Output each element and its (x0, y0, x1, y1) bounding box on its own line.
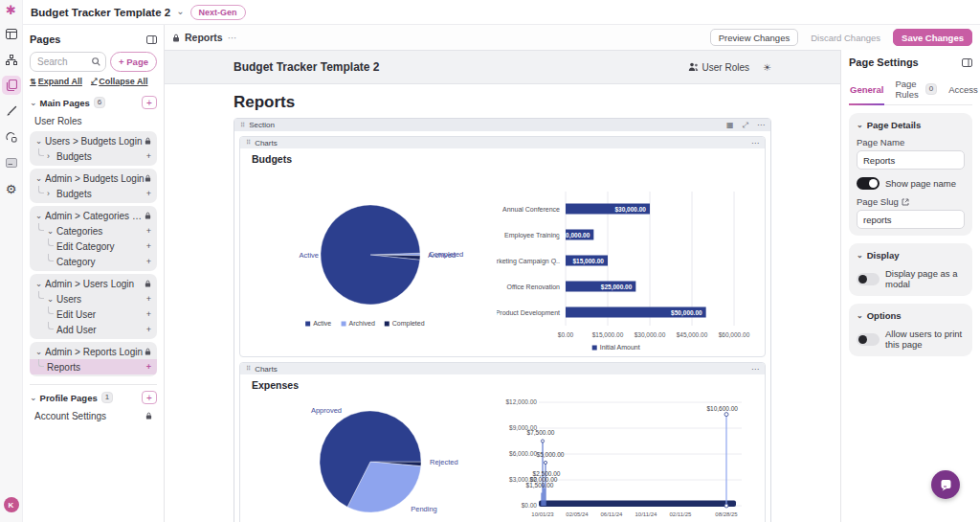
add-subpage-icon[interactable]: + (146, 257, 151, 266)
svg-text:$15,000.00: $15,000.00 (572, 258, 604, 265)
editor-toolbar: Reports ⋯ Preview Changes Discard Change… (165, 25, 980, 50)
next-gen-badge[interactable]: Next-Gen (190, 5, 246, 20)
charts-widget-budgets[interactable]: ⠿ Charts ⋯ Budgets ActiveArchivedComplet… (239, 136, 766, 357)
user-avatar[interactable]: K (4, 497, 19, 512)
chevron-down-icon[interactable]: ⌄ (35, 173, 42, 183)
chevron-down-icon[interactable]: ⌄ (35, 136, 42, 146)
svg-text:Completed: Completed (392, 320, 425, 328)
user-roles-button[interactable]: User Roles (688, 62, 749, 73)
tree-item-budgets[interactable]: ›Budgets+ (30, 186, 157, 201)
section-block: ⠿ Section ▦ ⤢ ⋯ ⠿ Charts (234, 118, 771, 522)
nav-pages-icon[interactable] (2, 76, 21, 95)
drag-handle-icon[interactable]: ⠿ (240, 122, 245, 129)
add-subpage-icon[interactable]: + (146, 151, 151, 161)
tree-item-budgets[interactable]: ›Budgets+ (30, 148, 157, 164)
tree-item-categories[interactable]: ⌄Categories+ (30, 223, 157, 238)
expand-all-link[interactable]: ⇅Expand All (30, 77, 82, 86)
svg-text:$0.00: $0.00 (522, 502, 538, 509)
collapse-panel-icon[interactable] (962, 58, 972, 67)
more-options-icon[interactable]: ⋯ (751, 365, 759, 374)
options-header[interactable]: ⌄ Options (857, 310, 965, 321)
show-page-name-toggle[interactable] (857, 177, 880, 190)
add-subpage-icon[interactable]: + (146, 189, 151, 198)
drag-handle-icon[interactable]: ⠿ (246, 365, 251, 373)
charts-header[interactable]: ⠿ Charts ⋯ (240, 137, 765, 148)
tree-item-user-roles[interactable]: User Roles (30, 113, 157, 128)
save-changes-button[interactable]: Save Changes (893, 29, 972, 46)
layout-grid-icon[interactable]: ▦ (726, 121, 734, 129)
theme-toggle-icon[interactable]: ☀ (763, 62, 771, 73)
collapse-all-link[interactable]: ⤢Collapse All (91, 77, 148, 86)
tree-item-edit-user[interactable]: Edit User+ (30, 306, 157, 322)
add-profile-page-button[interactable]: + (142, 391, 157, 404)
tree-item-users[interactable]: ⌄Users+ (30, 291, 157, 306)
chevron-down-icon[interactable]: ⌄ (30, 393, 37, 402)
add-subpage-icon[interactable]: + (146, 241, 151, 251)
add-main-page-button[interactable]: + (142, 96, 157, 109)
more-options-icon[interactable]: ⋯ (228, 33, 238, 43)
tab-page-rules[interactable]: Page Rules0 (894, 76, 938, 104)
page-name-input[interactable] (857, 150, 965, 170)
add-subpage-icon[interactable]: + (146, 362, 151, 372)
chevron-down-icon[interactable]: ⌄ (35, 211, 42, 220)
preview-changes-button[interactable]: Preview Changes (710, 29, 798, 46)
nav-settings-icon[interactable]: ⚙ (2, 179, 21, 198)
tab-general[interactable]: General (849, 76, 884, 104)
add-subpage-icon[interactable]: + (146, 294, 151, 304)
nav-tables-icon[interactable] (2, 24, 21, 43)
tree-item-admin-categories-login[interactable]: ⌄Admin > Categories Login (30, 208, 157, 223)
tree-item-admin-reports-login[interactable]: ⌄Admin > Reports Login (30, 344, 157, 359)
chevron-down-icon[interactable]: ⌄ (47, 226, 54, 236)
resize-icon[interactable]: ⤢ (743, 121, 748, 130)
help-chat-button[interactable] (931, 470, 960, 499)
display-modal-toggle[interactable] (857, 273, 880, 285)
tree-item-category[interactable]: Category+ (30, 254, 157, 269)
tree-item-reports[interactable]: Reports+ (30, 359, 157, 374)
tree-item-add-user[interactable]: Add User+ (30, 322, 157, 337)
options-card: ⌄ Options Allow users to print this page (849, 304, 972, 356)
add-subpage-icon[interactable]: + (146, 309, 151, 319)
page-details-header[interactable]: ⌄ Page Details (857, 120, 965, 130)
drag-handle-icon[interactable]: ⠿ (246, 139, 251, 147)
add-page-button[interactable]: + Page (110, 52, 157, 72)
svg-text:Employee Training: Employee Training (504, 232, 560, 239)
tree-item-users-budgets-login[interactable]: ⌄Users > Budgets Login (30, 133, 157, 148)
page-settings-panel: Page Settings GeneralPage Rules0Access ⌄… (840, 50, 980, 522)
print-page-toggle[interactable] (857, 333, 880, 346)
chevron-down-icon[interactable]: ⌄ (176, 6, 184, 16)
nav-forms-icon[interactable] (2, 153, 21, 172)
charts-widget-expenses[interactable]: ⠿ Charts ⋯ Expenses ApprovedPendingRejec… (239, 362, 766, 522)
profile-pages-header[interactable]: ⌄ Profile Pages 1 + (30, 389, 157, 406)
tab-access[interactable]: Access (947, 76, 979, 104)
more-options-icon[interactable]: ⋯ (757, 121, 765, 129)
preview-page-title: Reports (234, 93, 771, 112)
chevron-right-icon[interactable]: › (47, 189, 54, 198)
app-logo-icon[interactable]: ✱ (6, 4, 16, 17)
page-slug-input[interactable] (857, 210, 965, 229)
collapse-panel-icon[interactable] (146, 35, 157, 44)
charts-header[interactable]: ⠿ Charts ⋯ (240, 363, 765, 374)
chevron-down-icon[interactable]: ⌄ (35, 279, 42, 288)
chevron-down-icon: ⌄ (857, 251, 863, 260)
chevron-right-icon[interactable]: › (47, 151, 54, 161)
more-options-icon[interactable]: ⋯ (751, 139, 759, 148)
add-subpage-icon[interactable]: + (146, 226, 151, 236)
main-pages-header[interactable]: ⌄ Main Pages 6 + (30, 94, 157, 111)
svg-text:Annual Conference: Annual Conference (502, 206, 560, 213)
nav-workflows-icon[interactable] (2, 127, 21, 147)
chevron-down-icon[interactable]: ⌄ (35, 347, 42, 356)
chevron-down-icon[interactable]: ⌄ (30, 98, 37, 107)
discard-changes-button[interactable]: Discard Changes (803, 29, 888, 46)
section-header[interactable]: ⠿ Section ▦ ⤢ ⋯ (234, 119, 770, 131)
add-subpage-icon[interactable]: + (146, 325, 151, 334)
svg-text:$30,000.00: $30,000.00 (635, 331, 666, 338)
tree-item-admin-users-login[interactable]: ⌄Admin > Users Login (30, 276, 157, 291)
tree-item-account-settings[interactable]: Account Settings (30, 408, 157, 423)
display-header[interactable]: ⌄ Display (857, 250, 965, 261)
tree-item-edit-category[interactable]: Edit Category+ (30, 238, 157, 254)
chevron-down-icon[interactable]: ⌄ (47, 294, 54, 304)
external-link-icon[interactable] (902, 198, 909, 206)
tree-item-admin-budgets-login[interactable]: ⌄Admin > Budgets Login (30, 170, 157, 186)
nav-styles-icon[interactable] (2, 102, 21, 121)
nav-structure-icon[interactable] (2, 50, 21, 69)
